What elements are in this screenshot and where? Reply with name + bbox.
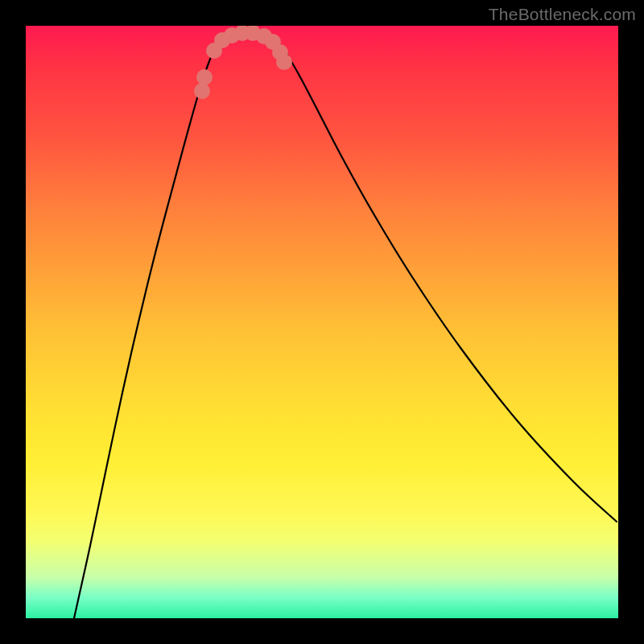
marker-dot (194, 83, 210, 99)
chart-frame: TheBottleneck.com (0, 0, 644, 644)
bottleneck-curve (74, 33, 617, 618)
watermark-text: TheBottleneck.com (489, 5, 636, 24)
plot-area (26, 26, 618, 618)
marker-dot (276, 54, 292, 70)
marker-dot (196, 69, 213, 85)
curve-svg (26, 26, 618, 618)
